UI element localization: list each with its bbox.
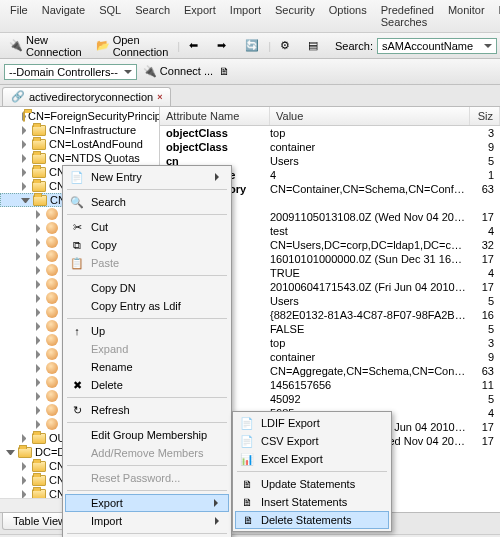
domain-controllers-combo[interactable]: --Domain Controllers--	[4, 64, 137, 80]
new-connection-button[interactable]: 🔌 New Connection	[4, 32, 87, 60]
expand-icon[interactable]	[20, 476, 29, 485]
menu-item-edit-group-membership[interactable]: Edit Group Membership	[65, 426, 229, 444]
menu-item-copy-dn[interactable]: Copy DN	[65, 279, 229, 297]
connect-button[interactable]: 🔌 Connect ...	[143, 65, 213, 79]
expand-icon[interactable]	[20, 434, 29, 443]
col-attribute-name[interactable]: Attribute Name	[160, 107, 270, 125]
export-submenu[interactable]: 📄LDIF Export📄CSV Export📊Excel Export🗎Upd…	[232, 411, 392, 532]
menu-item-paste: 📋Paste	[65, 254, 229, 272]
menu-item-new-entry[interactable]: 📄New Entry	[65, 168, 229, 186]
menu-file[interactable]: File	[4, 2, 34, 30]
menu-item-search[interactable]: 🔍Search	[65, 193, 229, 211]
menu-item-ldif-export[interactable]: 📄LDIF Export	[235, 414, 389, 432]
expand-icon[interactable]	[20, 462, 29, 471]
collapse-icon[interactable]	[6, 448, 15, 457]
expand-icon[interactable]	[34, 294, 43, 303]
menu-item-csv-export[interactable]: 📄CSV Export	[235, 432, 389, 450]
cell-size: 4	[470, 407, 500, 419]
menu-item-update-statements[interactable]: 🗎Update Statements	[235, 475, 389, 493]
expand-icon[interactable]	[20, 168, 29, 177]
refresh-button[interactable]: 🔄	[240, 37, 264, 55]
expand-icon[interactable]	[34, 238, 43, 247]
expand-icon[interactable]	[34, 252, 43, 261]
folder-icon	[32, 167, 46, 178]
expand-icon[interactable]	[34, 378, 43, 387]
expand-icon[interactable]	[34, 224, 43, 233]
expand-icon[interactable]	[34, 336, 43, 345]
menu-item-delete[interactable]: ✖Delete	[65, 376, 229, 394]
toolbar2-extra[interactable]: 🗎	[219, 65, 233, 79]
expand-icon[interactable]	[34, 308, 43, 317]
toolbar-extra-2[interactable]: ▤	[303, 37, 327, 55]
expand-icon[interactable]	[34, 420, 43, 429]
tree-node-label: CN=ForeignSecurityPrincip	[28, 110, 160, 122]
cell-size: 17	[470, 253, 500, 265]
menu-item-rename[interactable]: Rename	[65, 358, 229, 376]
table-header[interactable]: Attribute Name Value Siz	[160, 107, 500, 126]
tree-node[interactable]: CN=NTDS Quotas	[0, 151, 159, 165]
cell-value: 16010101000000.0Z (Sun Dec 31 1600 18:00…	[270, 253, 470, 265]
cell-size	[470, 197, 500, 209]
expand-icon[interactable]	[34, 280, 43, 289]
folder-icon	[32, 461, 46, 472]
tree-node[interactable]: CN=Infrastructure	[0, 123, 159, 137]
menu-search[interactable]: Search	[129, 2, 176, 30]
menu-security[interactable]: Security	[269, 2, 321, 30]
expand-icon[interactable]	[20, 126, 29, 135]
collapse-icon[interactable]	[21, 196, 30, 205]
expand-icon[interactable]	[34, 406, 43, 415]
menu-navigate[interactable]: Navigate	[36, 2, 91, 30]
expand-icon[interactable]	[34, 210, 43, 219]
menu-item-delete-statements[interactable]: 🗎Delete Statements	[235, 511, 389, 529]
menu-monitor[interactable]: Monitor	[442, 2, 491, 30]
menu-sql[interactable]: SQL	[93, 2, 127, 30]
expand-icon[interactable]	[20, 154, 29, 163]
menu-export[interactable]: Export	[178, 2, 222, 30]
menu-item-expand: Expand	[65, 340, 229, 358]
expand-icon[interactable]	[34, 392, 43, 401]
nav-fwd-button[interactable]: ➡	[212, 37, 236, 55]
menu-item-export[interactable]: Export	[65, 494, 229, 512]
menu-item-excel-export[interactable]: 📊Excel Export	[235, 450, 389, 468]
menu-item-refresh[interactable]: ↻Refresh	[65, 401, 229, 419]
expand-icon[interactable]	[34, 364, 43, 373]
tree-context-menu[interactable]: 📄New Entry🔍Search✂Cut⧉Copy📋PasteCopy DNC…	[62, 165, 232, 537]
tree-node[interactable]: CN=ForeignSecurityPrincip	[0, 109, 159, 123]
gear-icon: ⚙	[280, 39, 294, 53]
menu-import[interactable]: Import	[224, 2, 267, 30]
menu-item-label: Edit Group Membership	[91, 429, 207, 441]
cell-value: TRUE	[270, 267, 470, 279]
expand-icon[interactable]	[20, 182, 29, 191]
menu-item-copy-entry-as-ldif[interactable]: Copy Entry as Ldif	[65, 297, 229, 315]
nav-back-button[interactable]: ⬅	[184, 37, 208, 55]
menu-item-label: Search	[91, 196, 126, 208]
tree-node[interactable]: CN=LostAndFound	[0, 137, 159, 151]
close-tab-icon[interactable]: ×	[157, 92, 162, 102]
toolbar-extra-1[interactable]: ⚙	[275, 37, 299, 55]
open-connection-button[interactable]: 📂 Open Connection	[91, 32, 174, 60]
menu-item-import[interactable]: Import	[65, 512, 229, 530]
table-row[interactable]: objectClasscontainer9	[160, 140, 500, 154]
menu-predefined-searches[interactable]: Predefined Searches	[375, 2, 440, 30]
col-size[interactable]: Siz	[470, 107, 500, 125]
menu-options[interactable]: Options	[323, 2, 373, 30]
refresh-icon: 🔄	[245, 39, 259, 53]
menu-reports[interactable]: Reports	[493, 2, 500, 30]
table-row[interactable]: objectClasstop3	[160, 126, 500, 140]
search-attribute-combo[interactable]: sAMAccountName	[377, 38, 497, 54]
menu-item-label: Copy	[91, 239, 117, 251]
menu-item-cut[interactable]: ✂Cut	[65, 218, 229, 236]
menu-item-up[interactable]: ↑Up	[65, 322, 229, 340]
col-value[interactable]: Value	[270, 107, 470, 125]
menu-item-icon: 🗎	[239, 476, 255, 492]
menu-item-label: Export	[91, 497, 123, 509]
expand-icon[interactable]	[34, 266, 43, 275]
folder-icon	[32, 139, 46, 150]
tab-connection[interactable]: 🔗 activedirectoryconnection ×	[2, 87, 171, 106]
expand-icon[interactable]	[20, 140, 29, 149]
menu-item-insert-statements[interactable]: 🗎Insert Statements	[235, 493, 389, 511]
menu-item-copy[interactable]: ⧉Copy	[65, 236, 229, 254]
connect-label: Connect ...	[160, 65, 213, 77]
expand-icon[interactable]	[34, 350, 43, 359]
expand-icon[interactable]	[34, 322, 43, 331]
